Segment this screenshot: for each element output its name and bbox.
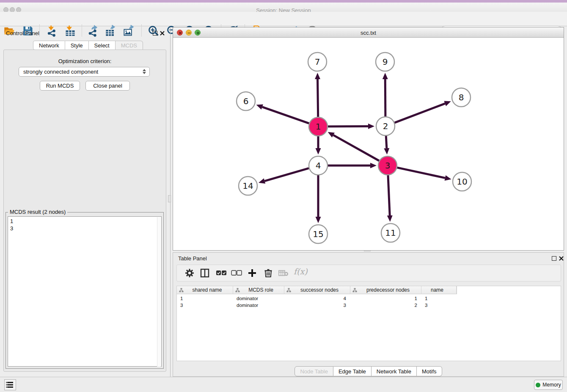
node-label-11: 11 — [385, 228, 396, 238]
run-mcds-button[interactable]: Run MCDS — [40, 81, 80, 91]
column-header-successor-nodes[interactable]: successor nodes — [284, 286, 350, 294]
add-column-icon[interactable] — [247, 268, 257, 280]
cell-shared-name: 3 — [177, 302, 233, 309]
column-header-shared-name[interactable]: shared name — [177, 286, 233, 294]
edge-3-1[interactable] — [333, 135, 379, 161]
optimization-criterion-label: Optimization criterion: — [3, 58, 166, 64]
memory-status-icon — [536, 383, 540, 387]
arrowhead-2-3 — [384, 148, 389, 155]
table-panel: Table Panel f(x) shared name MCDS role s… — [173, 252, 564, 377]
arrowhead-2-8 — [444, 101, 451, 106]
cell-shared-name: 1 — [177, 295, 233, 302]
cell-successor-nodes: 3 — [284, 302, 350, 309]
tab-select[interactable]: Select — [89, 41, 116, 50]
delete-column-icon[interactable] — [263, 268, 273, 280]
network-window-titlebar[interactable]: scc.txt — [173, 28, 564, 38]
edge-1-7[interactable] — [318, 79, 318, 117]
table-panel-tabs: Node Table Edge Table Network Table Moti… — [173, 366, 564, 376]
close-panel-button[interactable]: Close panel — [85, 81, 130, 91]
tab-network[interactable]: Network — [33, 41, 65, 50]
edge-3-10[interactable] — [397, 168, 445, 178]
list-icon — [5, 380, 16, 390]
edge-4-14[interactable] — [264, 168, 309, 181]
task-history-button[interactable] — [4, 379, 16, 390]
memory-button[interactable]: Memory — [534, 380, 563, 390]
network-canvas[interactable]: 7968124314101511 — [173, 38, 564, 250]
vertical-splitter-grip[interactable] — [168, 195, 171, 202]
split-table-view-icon[interactable] — [200, 268, 210, 280]
cell-predecessor-nodes: 2 — [350, 302, 421, 309]
export-table-icon[interactable] — [105, 25, 117, 37]
tab-mcds[interactable]: MCDS — [116, 41, 143, 50]
tab-style[interactable]: Style — [65, 41, 89, 50]
cell-name: 1 — [421, 295, 457, 302]
edge-2-3[interactable] — [386, 136, 387, 148]
cell-mcds-role: dominator — [233, 302, 284, 309]
tab-motifs[interactable]: Motifs — [417, 366, 442, 376]
close-table-panel-icon[interactable] — [559, 256, 564, 261]
table-row[interactable]: 1 dominator 4 1 1 — [177, 295, 457, 302]
float-panel-icon[interactable] — [153, 31, 157, 36]
arrowhead-1-2 — [368, 124, 374, 129]
cell-successor-nodes: 4 — [284, 295, 350, 302]
tab-node-table[interactable]: Node Table — [295, 366, 333, 376]
export-network-icon[interactable] — [88, 25, 99, 37]
arrowhead-1-7 — [315, 73, 320, 79]
node-table: shared name MCDS role successor nodes pr… — [176, 286, 561, 361]
column-header-predecessor-nodes[interactable]: predecessor nodes — [350, 286, 421, 294]
close-panel-icon[interactable] — [160, 30, 165, 36]
export-image-icon[interactable] — [123, 25, 135, 37]
import-network-icon[interactable] — [46, 25, 58, 37]
mcds-result-group: MCDS result (2 nodes) 1 3 — [6, 212, 164, 369]
edge-3-11[interactable] — [388, 175, 390, 215]
function-builder-icon[interactable]: f(x) — [294, 267, 308, 276]
node-label-6: 6 — [243, 96, 249, 106]
arrowhead-4-14 — [259, 178, 265, 183]
table-toolbar: f(x) — [176, 265, 561, 282]
node-label-4: 4 — [316, 160, 321, 171]
float-table-panel-icon[interactable] — [552, 256, 556, 261]
status-bar — [0, 377, 567, 392]
toolbar-separator — [141, 25, 142, 36]
optimization-criterion-select[interactable]: strongly connected component — [19, 67, 150, 77]
arrowhead-1-4 — [316, 148, 321, 155]
toolbar-separator — [39, 25, 40, 36]
tab-edge-table[interactable]: Edge Table — [333, 366, 372, 376]
control-panel-title: Control Panel — [6, 30, 39, 36]
arrowhead-4-3 — [370, 163, 377, 168]
deselect-all-checkboxes-icon[interactable] — [231, 270, 242, 278]
node-label-10: 10 — [457, 177, 467, 187]
edge-2-8[interactable] — [395, 104, 445, 123]
table-panel-title: Table Panel — [178, 255, 207, 262]
network-window-title: scc.txt — [173, 30, 564, 36]
node-label-8: 8 — [459, 92, 464, 102]
column-header-name[interactable]: name — [421, 286, 457, 294]
mcds-result-values: 1 3 — [10, 218, 13, 232]
node-label-14: 14 — [242, 181, 253, 191]
select-all-checkboxes-icon[interactable] — [216, 270, 227, 278]
arrowhead-1-6 — [256, 104, 263, 109]
delete-table-icon[interactable] — [278, 270, 289, 278]
node-label-9: 9 — [383, 57, 388, 67]
table-settings-icon[interactable] — [184, 268, 195, 280]
mcds-result-textarea[interactable]: 1 3 — [8, 216, 162, 367]
arrowhead-4-15 — [316, 217, 321, 223]
edge-1-6[interactable] — [262, 107, 309, 124]
edge-2-9[interactable] — [385, 79, 385, 116]
result-scrollbar[interactable] — [157, 217, 161, 367]
import-table-icon[interactable] — [64, 25, 76, 37]
node-label-3: 3 — [385, 160, 391, 171]
memory-label: Memory — [542, 382, 561, 388]
mcds-result-title: MCDS result (2 nodes) — [8, 209, 67, 215]
node-label-2: 2 — [383, 121, 388, 131]
table-row[interactable]: 3 dominator 3 2 3 — [177, 302, 457, 309]
toolbar-separator — [82, 25, 82, 36]
node-label-7: 7 — [315, 57, 320, 67]
arrowhead-3-10 — [445, 175, 451, 181]
tab-network-table[interactable]: Network Table — [372, 366, 417, 376]
edge-1-2[interactable] — [328, 126, 368, 127]
column-header-mcds-role[interactable]: MCDS role — [233, 286, 284, 294]
cell-mcds-role: dominator — [233, 295, 284, 302]
control-panel-tabs: Network Style Select MCDS — [33, 41, 143, 50]
cell-predecessor-nodes: 1 — [350, 295, 421, 302]
